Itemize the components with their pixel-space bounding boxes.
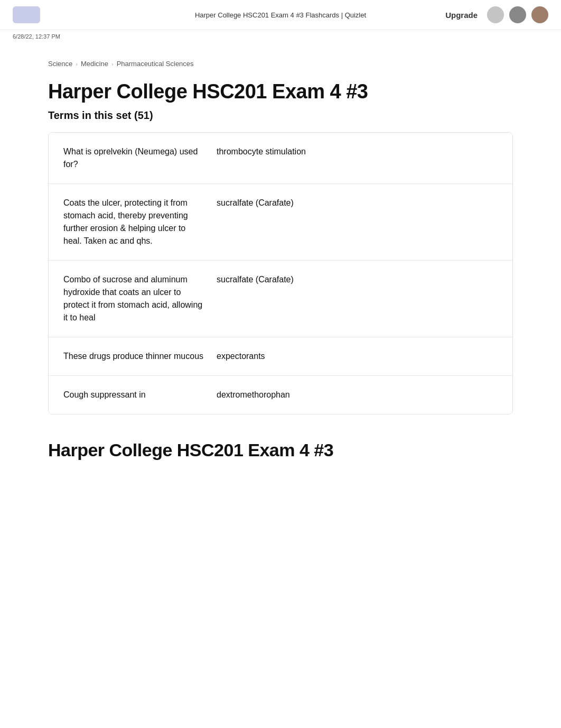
flashcard-term: Combo of sucrose and aluminum hydroxide … (63, 273, 217, 324)
breadcrumb-sep-1: › (76, 61, 78, 67)
flashcard-row: What is oprelvekin (Neumega) used for? t… (49, 133, 512, 184)
flashcard-list: What is oprelvekin (Neumega) used for? t… (48, 132, 513, 414)
topbar-right: Upgrade (441, 6, 548, 23)
avatar-icon[interactable] (487, 6, 504, 23)
breadcrumb-sep-2: › (111, 61, 114, 67)
flashcard-definition: sucralfate (Carafate) (217, 197, 498, 209)
flashcard-term: Coats the ulcer, protecting it from stom… (63, 197, 217, 247)
flashcard-term: What is oprelvekin (Neumega) used for? (63, 145, 217, 171)
bottom-title: Harper College HSC201 Exam 4 #3 (48, 440, 513, 460)
flashcard-row: Cough suppressant in dextromethorophan (49, 376, 512, 414)
flashcard-row: Coats the ulcer, protecting it from stom… (49, 184, 512, 261)
flashcard-row: These drugs produce thinner mucous expec… (49, 337, 512, 376)
timestamp: 6/28/22, 12:37 PM (13, 33, 60, 40)
main-content: Science › Medicine › Pharmaceutical Scie… (27, 43, 534, 477)
browser-tab-title: Harper College HSC201 Exam 4 #3 Flashcar… (195, 11, 366, 19)
flashcard-term: These drugs produce thinner mucous (63, 350, 217, 363)
logo[interactable] (13, 6, 40, 23)
breadcrumb-science[interactable]: Science (48, 60, 72, 68)
topbar: Harper College HSC201 Exam 4 #3 Flashcar… (0, 0, 561, 30)
flashcard-definition: thrombocyte stimulation (217, 145, 498, 158)
flashcard-definition: dextromethorophan (217, 389, 498, 401)
flashcard-definition: sucralfate (Carafate) (217, 273, 498, 286)
terms-heading: Terms in this set (51) (48, 109, 513, 122)
breadcrumb: Science › Medicine › Pharmaceutical Scie… (48, 60, 513, 68)
timestamp-bar: 6/28/22, 12:37 PM (0, 30, 561, 43)
page-title: Harper College HSC201 Exam 4 #3 (48, 80, 513, 103)
upgrade-button[interactable]: Upgrade (441, 8, 482, 22)
breadcrumb-medicine[interactable]: Medicine (81, 60, 108, 68)
flashcard-definition: expectorants (217, 350, 498, 363)
flashcard-term: Cough suppressant in (63, 389, 217, 401)
avatar-icon-2[interactable] (509, 6, 526, 23)
avatar-photo[interactable] (531, 6, 548, 23)
breadcrumb-pharma[interactable]: Pharmaceutical Sciences (117, 60, 194, 68)
flashcard-row: Combo of sucrose and aluminum hydroxide … (49, 261, 512, 337)
